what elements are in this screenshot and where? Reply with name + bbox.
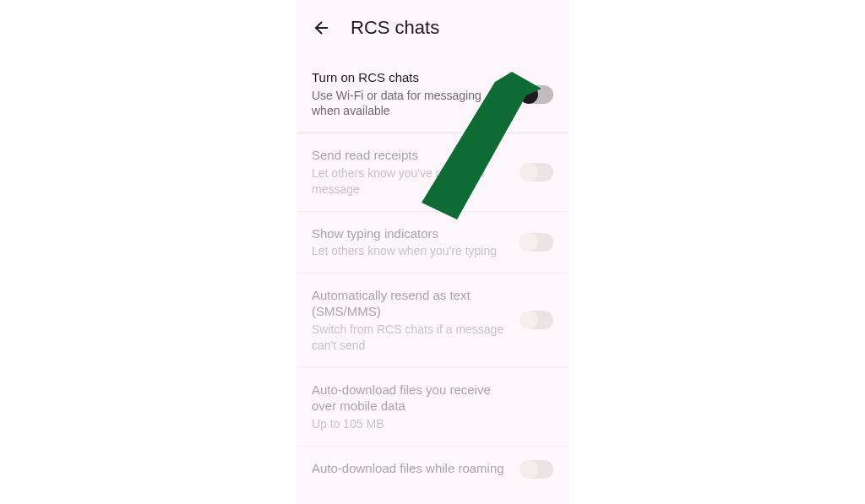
toggle-thumb	[520, 85, 538, 104]
toggle-rcs[interactable]	[521, 85, 553, 104]
setting-turn-on-rcs[interactable]: Turn on RCS chats Use Wi-Fi or data for …	[296, 56, 569, 133]
setting-subtitle: Let others know when you're typing	[312, 243, 506, 259]
setting-title: Automatically resend as text (SMS/MMS)	[312, 287, 506, 320]
setting-title: Show typing indicators	[312, 225, 506, 242]
setting-title: Auto-download files you receive over mob…	[312, 382, 506, 415]
setting-title: Turn on RCS chats	[312, 69, 506, 86]
setting-auto-download-mobile[interactable]: Auto-download files you receive over mob…	[296, 368, 569, 447]
toggle-auto-download-roaming[interactable]	[521, 460, 553, 479]
setting-auto-download-roaming[interactable]: Auto-download files while roaming	[296, 447, 569, 492]
setting-text: Send read receipts Let others know you'v…	[312, 147, 506, 197]
setting-text: Automatically resend as text (SMS/MMS) S…	[312, 287, 506, 354]
setting-text: Auto-download files while roaming	[312, 460, 506, 479]
page-title: RCS chats	[351, 17, 439, 39]
setting-subtitle: Switch from RCS chats if a message can't…	[312, 322, 506, 354]
setting-text: Auto-download files you receive over mob…	[312, 382, 506, 432]
header: RCS chats	[296, 0, 569, 56]
back-arrow-icon[interactable]	[312, 18, 332, 38]
toggle-thumb	[520, 233, 538, 252]
toggle-thumb	[520, 460, 538, 479]
setting-text: Turn on RCS chats Use Wi-Fi or data for …	[312, 69, 506, 119]
setting-text: Show typing indicators Let others know w…	[312, 225, 506, 259]
setting-auto-resend[interactable]: Automatically resend as text (SMS/MMS) S…	[296, 274, 569, 368]
setting-title: Send read receipts	[312, 147, 506, 164]
setting-typing-indicators[interactable]: Show typing indicators Let others know w…	[296, 212, 569, 274]
setting-read-receipts[interactable]: Send read receipts Let others know you'v…	[296, 133, 569, 211]
toggle-thumb	[520, 163, 538, 182]
toggle-auto-resend[interactable]	[521, 311, 553, 329]
setting-subtitle: Let others know you've read their messag…	[312, 165, 506, 198]
toggle-read-receipts[interactable]	[521, 163, 553, 182]
setting-subtitle: Up to 105 MB	[312, 416, 506, 432]
toggle-thumb	[520, 311, 538, 329]
settings-screen: RCS chats Turn on RCS chats Use Wi-Fi or…	[296, 0, 569, 504]
toggle-typing-indicators[interactable]	[521, 233, 553, 252]
setting-title: Auto-download files while roaming	[312, 460, 506, 477]
setting-subtitle: Use Wi-Fi or data for messaging when ava…	[312, 88, 506, 120]
